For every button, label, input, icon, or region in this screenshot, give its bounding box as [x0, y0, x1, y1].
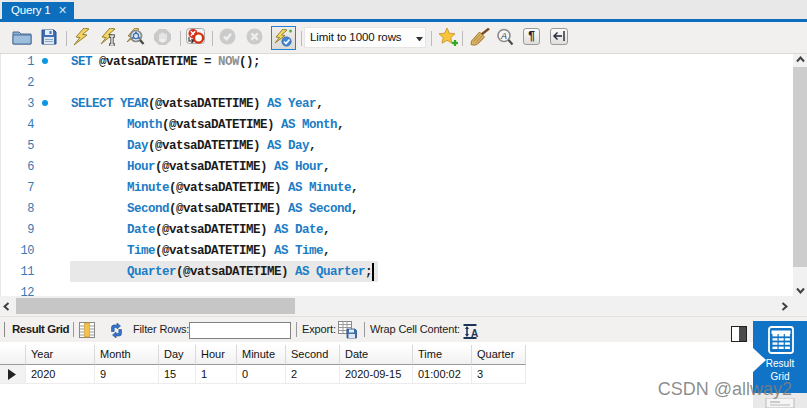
svg-text:A: A — [500, 31, 507, 41]
svg-text:A: A — [471, 328, 478, 339]
